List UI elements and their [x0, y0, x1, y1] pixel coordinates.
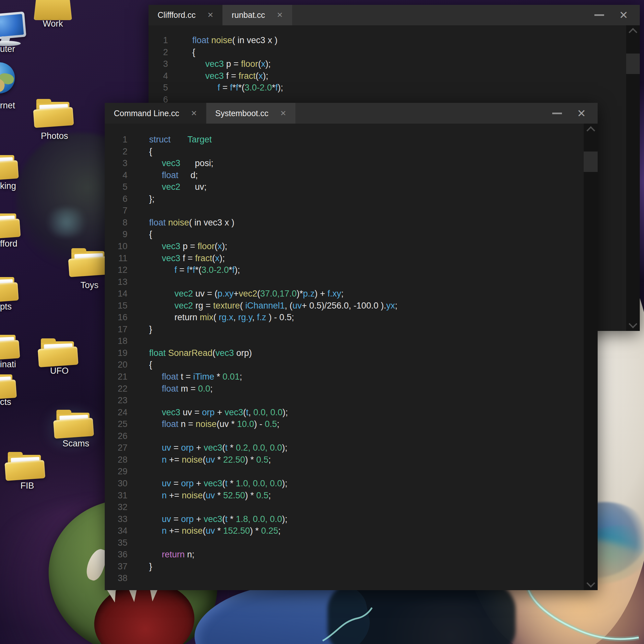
desktop-icon-photos[interactable]	[34, 99, 73, 126]
code-text: n += noise(uv * 52.50) * 0.5;	[162, 490, 271, 501]
folder-body	[34, 0, 72, 20]
icon-label-cts[interactable]: cts	[0, 397, 11, 407]
line-number: 38	[105, 572, 127, 584]
window-controls: ✕	[583, 5, 640, 25]
tab-close-icon[interactable]: ✕	[280, 110, 286, 117]
line-number: 3	[149, 58, 168, 70]
line-number: 33	[105, 513, 127, 525]
monitor-screen	[0, 14, 24, 37]
line-number: 20	[105, 359, 127, 371]
folder-open-icon	[0, 152, 18, 179]
line-number: 11	[105, 252, 127, 264]
icon-label-computer[interactable]: uter	[0, 44, 15, 54]
scrollbar-thumb[interactable]	[626, 54, 640, 74]
scroll-up-icon[interactable]	[586, 126, 595, 135]
tab-label: Systemboot.cc	[215, 109, 268, 118]
code-text: {	[149, 228, 152, 240]
line-number: 15	[105, 300, 127, 311]
line-number: 21	[105, 371, 127, 383]
desktop-icon-fib[interactable]	[6, 452, 44, 479]
tab-systemboot-cc[interactable]: Systemboot.cc✕	[206, 103, 295, 124]
window-controls: ✕	[541, 103, 598, 124]
line-number: 7	[105, 205, 127, 216]
scrollbar[interactable]	[584, 124, 598, 590]
line-number: 19	[105, 347, 127, 359]
line-number: 35	[105, 537, 127, 549]
monitor	[0, 11, 26, 40]
line-number: 22	[105, 383, 127, 395]
icon-label-scams[interactable]: Scams	[63, 439, 89, 449]
icon-label-fib[interactable]: FIB	[20, 481, 34, 491]
icon-label-ufo[interactable]: UFO	[50, 366, 69, 376]
close-icon[interactable]: ✕	[619, 10, 628, 20]
line-number: 34	[105, 525, 127, 537]
tab-close-icon[interactable]: ✕	[191, 110, 197, 117]
tab-close-icon[interactable]: ✕	[277, 11, 283, 19]
tab-bar: Command Line.cc✕Systemboot.cc✕	[105, 103, 598, 124]
scroll-down-icon[interactable]	[629, 319, 638, 328]
code-text: {	[149, 146, 152, 157]
line-number: 14	[105, 288, 127, 299]
tab-label: Command Line.cc	[114, 109, 179, 118]
desktop-icon-king[interactable]	[0, 152, 18, 179]
desktop-icon-computer[interactable]	[0, 13, 25, 46]
line-number: 37	[105, 561, 127, 572]
code-text: float SonarRead(vec3 orp)	[149, 347, 252, 359]
folder-front	[0, 282, 19, 303]
scroll-up-icon[interactable]	[629, 28, 638, 37]
icon-label-internet[interactable]: rnet	[0, 101, 15, 111]
minimize-icon[interactable]	[594, 14, 604, 16]
code-text: vec3 f = fract(x);	[162, 252, 225, 264]
desktop-icon-internet[interactable]	[0, 62, 15, 93]
icon-label-inati[interactable]: inati	[0, 360, 16, 370]
tab-label: Cliffford.cc	[158, 10, 196, 20]
icon-label-photos[interactable]: Photos	[41, 131, 68, 141]
line-number: 32	[105, 501, 127, 513]
tab-command-line-cc[interactable]: Command Line.cc✕	[105, 103, 206, 124]
close-icon[interactable]: ✕	[577, 108, 586, 119]
desktop: WorkuterrnetPhotoskingffordToysptsinatiU…	[0, 0, 644, 644]
line-number: 24	[105, 407, 127, 418]
window-commandline: Command Line.cc✕Systemboot.cc✕ ✕ 1struct…	[105, 103, 598, 590]
minimize-icon[interactable]	[552, 113, 562, 114]
icon-label-king[interactable]: king	[0, 181, 16, 191]
desktop-icon-cts[interactable]	[0, 372, 16, 399]
scrollbar-thumb[interactable]	[584, 151, 598, 172]
desktop-icon-work[interactable]	[34, 0, 72, 20]
tab-close-icon[interactable]: ✕	[207, 11, 213, 19]
code-text: vec3 posi;	[162, 157, 213, 169]
scroll-down-icon[interactable]	[586, 579, 595, 588]
icon-label-fford[interactable]: fford	[0, 239, 18, 249]
line-number: 26	[105, 430, 127, 442]
icon-label-toys[interactable]: Toys	[80, 280, 99, 290]
code-text: uv = orp + vec3(t * 1.8, 0.0, 0.0);	[162, 513, 287, 525]
folder-front	[0, 160, 19, 181]
code-text: vec3 uv = orp + vec3(t, 0.0, 0.0);	[162, 407, 288, 418]
code-text: {	[149, 359, 152, 371]
desktop-icon-fford[interactable]	[0, 211, 19, 237]
scrollbar[interactable]	[626, 25, 640, 331]
code-text: {	[192, 46, 195, 58]
code-text: vec2 uv;	[162, 181, 207, 193]
code-text: }	[149, 561, 152, 572]
folder-front	[5, 460, 45, 481]
tab-runbat-cc[interactable]: runbat.cc✕	[222, 5, 292, 25]
code-text: return n;	[162, 549, 195, 560]
desktop-icon-pts[interactable]	[0, 274, 18, 301]
tab-cliffford-cc[interactable]: Cliffford.cc✕	[149, 5, 222, 25]
folder-open-icon	[0, 372, 16, 399]
code-text: n += noise(uv * 152.50) * 0.25;	[162, 525, 280, 537]
code-text: vec3 p = floor(x);	[162, 240, 227, 252]
desktop-icon-scams[interactable]	[54, 410, 93, 437]
icon-label-pts[interactable]: pts	[0, 302, 12, 312]
globe-icon	[0, 62, 15, 93]
desktop-icon-toys[interactable]	[69, 248, 108, 275]
code-area[interactable]: 1struct Target2{3vec3 posi;4float d;5vec…	[105, 124, 598, 590]
line-number: 29	[105, 466, 127, 477]
line-number: 36	[105, 549, 127, 560]
code-text: f = f*f*(3.0-2.0*f);	[218, 82, 283, 93]
line-number: 4	[105, 169, 127, 181]
icon-label-work[interactable]: Work	[43, 19, 63, 29]
desktop-icon-inati[interactable]	[0, 332, 19, 359]
desktop-icon-ufo[interactable]	[39, 339, 77, 365]
